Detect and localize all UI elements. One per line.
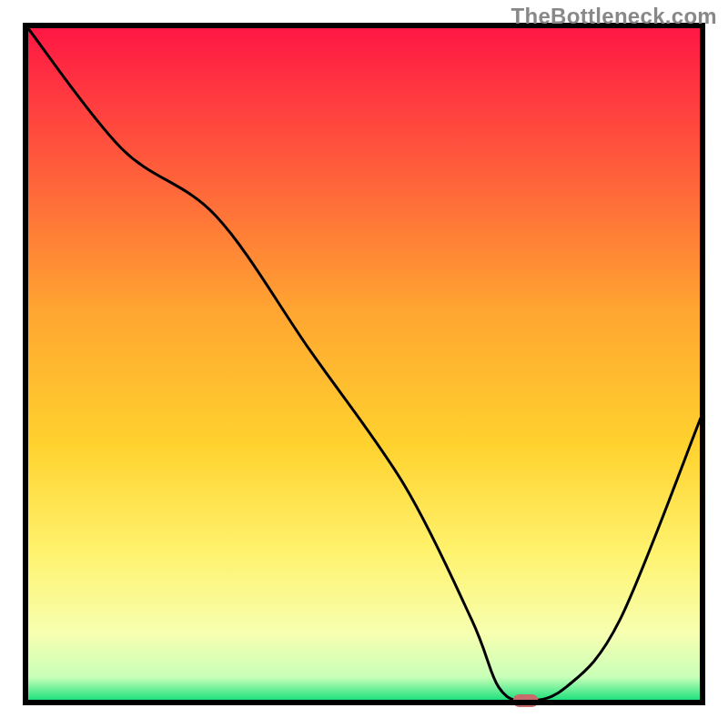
watermark-text: TheBottleneck.com (511, 4, 717, 29)
plot-background (27, 27, 701, 701)
plot-area (25, 25, 703, 707)
bottleneck-chart (0, 0, 728, 728)
